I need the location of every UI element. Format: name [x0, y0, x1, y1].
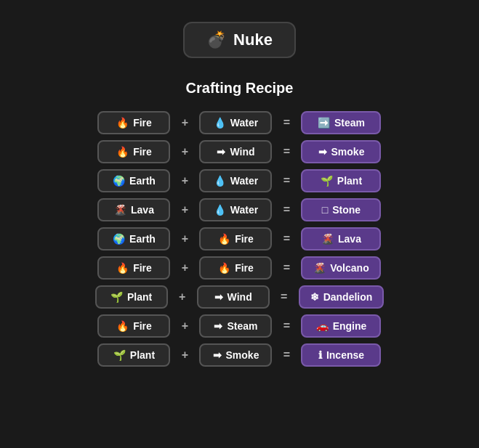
equals-operator: = — [279, 116, 294, 129]
plus-operator: + — [177, 203, 192, 216]
recipe-7-result[interactable]: 🚗Engine — [301, 314, 381, 338]
plus-operator: + — [177, 174, 192, 187]
equals-operator: = — [279, 349, 294, 362]
recipe-4-input2[interactable]: 🔥Fire — [199, 227, 272, 251]
recipe-5-input1[interactable]: 🔥Fire — [97, 256, 170, 280]
recipe-row: 🔥Fire+🔥Fire=🌋Volcano — [97, 256, 381, 280]
recipe-0-input2[interactable]: 💧Water — [199, 111, 272, 134]
input1-label: Earth — [129, 175, 156, 187]
result-label: Smoke — [331, 146, 365, 158]
input2-icon: 💧 — [214, 204, 226, 216]
recipe-6-result[interactable]: ❄Dandelion — [299, 285, 385, 309]
recipe-0-result[interactable]: ➡️Steam — [301, 111, 381, 134]
input2-label: Water — [230, 117, 258, 129]
result-icon: 🌋 — [321, 233, 334, 245]
recipes-container: 🔥Fire+💧Water=➡️Steam🔥Fire+➡Wind=➡Smoke🌍E… — [95, 111, 385, 367]
input2-label: Wind — [230, 146, 254, 158]
input2-icon: ➡ — [217, 146, 225, 158]
input1-label: Plant — [127, 291, 152, 303]
recipe-3-input1[interactable]: 🌋Lava — [97, 198, 170, 221]
plus-operator: + — [177, 232, 192, 245]
input2-label: Steam — [227, 320, 257, 332]
recipe-row: 🌍Earth+💧Water=🌱Plant — [97, 169, 381, 192]
equals-operator: = — [279, 319, 294, 333]
recipe-5-result[interactable]: 🌋Volcano — [301, 256, 381, 280]
plus-operator: + — [177, 319, 192, 333]
result-label: Lava — [338, 233, 361, 245]
plus-operator: + — [175, 290, 190, 304]
recipe-row: 🔥Fire+➡Steam=🚗Engine — [97, 314, 381, 338]
input1-icon: 🌋 — [114, 204, 126, 216]
recipe-4-result[interactable]: 🌋Lava — [301, 227, 381, 251]
recipe-0-input1[interactable]: 🔥Fire — [97, 111, 170, 134]
title-badge: 💣 Nuke — [183, 22, 296, 58]
recipe-7-input1[interactable]: 🔥Fire — [97, 314, 170, 338]
result-label: Stone — [332, 204, 361, 216]
input1-label: Earth — [129, 233, 156, 245]
input1-label: Lava — [131, 204, 154, 216]
result-icon: ➡️ — [318, 117, 330, 129]
recipe-2-input2[interactable]: 💧Water — [199, 169, 272, 192]
recipe-2-result[interactable]: 🌱Plant — [301, 169, 381, 192]
recipe-6-input2[interactable]: ➡Wind — [197, 285, 270, 309]
input2-label: Fire — [235, 233, 254, 245]
input1-icon: 🌱 — [113, 349, 126, 361]
input2-label: Fire — [235, 262, 254, 274]
recipe-row: 🌍Earth+🔥Fire=🌋Lava — [97, 227, 381, 251]
input2-label: Wind — [228, 291, 252, 303]
title-text: Nuke — [233, 30, 273, 49]
input1-label: Fire — [133, 146, 152, 158]
input2-icon: 🔥 — [218, 262, 230, 274]
recipe-8-input2[interactable]: ➡Smoke — [199, 343, 272, 367]
equals-operator: = — [279, 145, 294, 158]
equals-operator: = — [279, 232, 294, 245]
recipe-1-input1[interactable]: 🔥Fire — [97, 140, 170, 163]
result-icon: □ — [322, 204, 328, 216]
recipe-6-input1[interactable]: 🌱Plant — [95, 285, 168, 309]
input1-icon: 🌍 — [113, 233, 125, 245]
result-label: Engine — [333, 320, 367, 332]
result-icon: ➡ — [318, 146, 327, 158]
result-label: Dandelion — [323, 291, 373, 303]
input1-icon: 🔥 — [116, 262, 129, 274]
recipe-1-result[interactable]: ➡Smoke — [301, 140, 381, 163]
input2-label: Smoke — [226, 349, 259, 361]
equals-operator: = — [279, 203, 294, 216]
input2-icon: 💧 — [214, 117, 226, 129]
plus-operator: + — [177, 145, 192, 158]
result-icon: ℹ — [318, 349, 322, 361]
recipe-3-input2[interactable]: 💧Water — [199, 198, 272, 221]
input2-icon: 🔥 — [218, 233, 230, 245]
recipe-4-input1[interactable]: 🌍Earth — [97, 227, 170, 251]
input1-icon: 🔥 — [116, 320, 129, 332]
result-icon: 🚗 — [316, 320, 329, 332]
recipe-1-input2[interactable]: ➡Wind — [199, 140, 272, 163]
equals-operator: = — [277, 290, 291, 304]
recipe-8-result[interactable]: ℹIncense — [301, 343, 381, 367]
equals-operator: = — [279, 174, 294, 187]
input1-label: Fire — [133, 262, 152, 274]
input2-icon: 💧 — [214, 175, 226, 187]
input1-label: Fire — [133, 117, 152, 129]
recipe-2-input1[interactable]: 🌍Earth — [97, 169, 170, 192]
recipe-row: 🔥Fire+➡Wind=➡Smoke — [97, 140, 381, 163]
recipe-row: 🌋Lava+💧Water=□Stone — [97, 198, 381, 221]
input1-label: Fire — [133, 320, 152, 332]
plus-operator: + — [177, 261, 192, 274]
plus-operator: + — [177, 116, 192, 129]
input2-icon: ➡ — [214, 320, 222, 332]
recipe-7-input2[interactable]: ➡Steam — [199, 314, 272, 338]
result-icon: 🌋 — [313, 262, 326, 274]
result-icon: ❄ — [310, 291, 319, 303]
recipe-row: 🔥Fire+💧Water=➡️Steam — [97, 111, 381, 134]
crafting-title: Crafting Recipe — [186, 80, 294, 97]
result-label: Plant — [337, 175, 362, 187]
recipe-3-result[interactable]: □Stone — [301, 198, 381, 221]
recipe-5-input2[interactable]: 🔥Fire — [199, 256, 272, 280]
input2-label: Water — [230, 204, 258, 216]
result-label: Steam — [334, 117, 365, 129]
recipe-8-input1[interactable]: 🌱Plant — [97, 343, 170, 367]
input1-icon: 🔥 — [116, 146, 129, 158]
recipe-row: 🌱Plant+➡Wind=❄Dandelion — [95, 285, 385, 309]
input1-icon: 🔥 — [116, 117, 129, 129]
